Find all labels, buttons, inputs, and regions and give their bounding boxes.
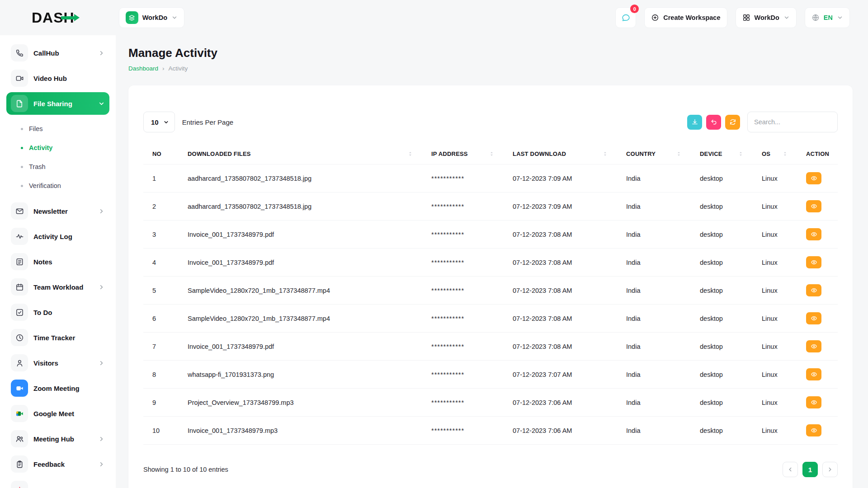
sidebar-item-activity-log[interactable]: Activity Log [6, 225, 109, 248]
view-activity-button[interactable] [806, 228, 821, 240]
page-title: Manage Activity [128, 46, 853, 60]
breadcrumb-separator: › [162, 65, 165, 72]
cell-os: Linux [753, 389, 797, 417]
cell-no: 8 [143, 361, 179, 389]
sidebar-subitem-activity[interactable]: Activity [21, 138, 109, 157]
table-row: 2aadharcard_1735807802_1737348518.jpg***… [143, 192, 838, 221]
view-activity-button[interactable] [806, 256, 821, 268]
sidebar-subitem-trash[interactable]: Trash [21, 157, 109, 176]
view-activity-button[interactable] [806, 312, 821, 324]
cell-device: desktop [691, 277, 753, 305]
sidebar-item-file-sharing[interactable]: File Sharing [6, 92, 109, 115]
view-activity-button[interactable] [806, 396, 821, 408]
sidebar-item-label: Time Tracker [33, 334, 75, 342]
previous-page-button[interactable] [783, 462, 798, 477]
sidebar-subitem-verification[interactable]: Verification [21, 176, 109, 195]
messages-button[interactable]: 0 [615, 7, 636, 28]
column-header-os[interactable]: OS [753, 143, 797, 164]
eye-icon [811, 287, 817, 294]
mail-icon [11, 202, 28, 220]
sidebar-item-video-hub[interactable]: Video Hub [6, 67, 109, 89]
sidebar-item-callhub[interactable]: CallHub [6, 42, 109, 64]
column-label: NO [152, 150, 161, 157]
language-selector[interactable]: EN [805, 7, 850, 28]
cell-ip-address: *********** [422, 333, 504, 361]
cell-last-download: 07-12-2023 7:08 AM [504, 221, 617, 249]
cell-downloaded-file: aadharcard_1735807802_1737348518.jpg [179, 192, 422, 221]
next-page-button[interactable] [822, 462, 838, 477]
cell-os: Linux [753, 277, 797, 305]
refresh-button[interactable] [725, 115, 740, 130]
entries-per-page-select[interactable]: 10 [143, 112, 175, 132]
export-download-button[interactable] [687, 115, 702, 130]
sidebar-subitem-files[interactable]: Files [21, 119, 109, 138]
page-1-button[interactable]: 1 [802, 462, 818, 477]
sidebar-item-label: File Sharing [33, 100, 72, 108]
view-activity-button[interactable] [806, 200, 821, 212]
cell-action [797, 361, 838, 389]
view-activity-button[interactable] [806, 340, 821, 352]
sidebar-item-time-tracker[interactable]: Time Tracker [6, 326, 109, 349]
people-icon [11, 430, 28, 447]
view-activity-button[interactable] [806, 368, 821, 380]
sidebar-item-to-do[interactable]: To Do [6, 301, 109, 324]
column-header-downloaded-files[interactable]: DOWNLOADED FILES [179, 143, 422, 164]
check-square-icon [11, 304, 28, 321]
cell-action [797, 277, 838, 305]
clipboard-icon [11, 455, 28, 473]
sidebar-subitem-label: Verification [29, 182, 61, 189]
cell-os: Linux [753, 417, 797, 445]
workspace-selector[interactable]: WorkDo [119, 7, 184, 28]
activity-card: 10 Entries Per Page [128, 85, 853, 488]
column-header-country[interactable]: COUNTRY [617, 143, 691, 164]
sidebar-item-partial[interactable] [6, 478, 109, 488]
view-activity-button[interactable] [806, 172, 821, 184]
eye-icon [811, 343, 817, 350]
chevron-right-icon [98, 461, 105, 468]
eye-icon [811, 175, 817, 182]
column-header-device[interactable]: DEVICE [691, 143, 753, 164]
cell-downloaded-file: Invoice_001_1737348979.mp3 [179, 417, 422, 445]
pagination: 1 [783, 462, 838, 477]
column-label: IP ADDRESS [431, 150, 468, 157]
chevron-down-icon [98, 100, 105, 107]
workspace-dropdown[interactable]: WorkDo [736, 7, 797, 28]
breadcrumb-dashboard-link[interactable]: Dashboard [128, 65, 158, 72]
cell-downloaded-file: SampleVideo_1280x720_1mb_1737348877.mp4 [179, 305, 422, 333]
create-workspace-button[interactable]: Create Workspace [644, 7, 727, 28]
view-activity-button[interactable] [806, 284, 821, 296]
search-input[interactable] [747, 112, 838, 132]
sidebar-submenu: FilesActivityTrashVerification [6, 117, 109, 200]
chevron-right-icon [827, 466, 833, 473]
cell-downloaded-file: aadharcard_1735807802_1737348518.jpg [179, 164, 422, 192]
cell-no: 6 [143, 305, 179, 333]
sidebar-item-feedback[interactable]: Feedback [6, 453, 109, 475]
eye-icon [811, 399, 817, 406]
column-label: LAST DOWNLOAD [513, 150, 566, 157]
entries-summary: Showing 1 to 10 of 10 entries [143, 466, 228, 473]
brand-logo-arrow-icon [61, 16, 75, 19]
sidebar-item-newsletter[interactable]: Newsletter [6, 200, 109, 222]
table-row: 3Invoice_001_1737348979.pdf***********07… [143, 221, 838, 249]
view-activity-button[interactable] [806, 424, 821, 436]
meet-icon [11, 405, 28, 422]
video-camera-icon [11, 70, 28, 87]
sidebar-item-visitors[interactable]: Visitors [6, 352, 109, 374]
column-header-ip-address[interactable]: IP ADDRESS [422, 143, 504, 164]
sort-icon [782, 151, 788, 157]
sidebar-item-team-workload[interactable]: Team Workload [6, 276, 109, 298]
sidebar-item-zoom-meeting[interactable]: Zoom Meeting [6, 377, 109, 399]
table-footer: Showing 1 to 10 of 10 entries 1 [143, 462, 838, 477]
column-header-last-download[interactable]: LAST DOWNLOAD [504, 143, 617, 164]
refresh-icon [729, 118, 736, 126]
sidebar-item-meeting-hub[interactable]: Meeting Hub [6, 427, 109, 450]
eye-icon [811, 231, 817, 238]
sidebar-item-google-meet[interactable]: Google Meet [6, 402, 109, 425]
sidebar-item-notes[interactable]: Notes [6, 250, 109, 273]
workspace-name: WorkDo [142, 14, 167, 21]
cell-action [797, 333, 838, 361]
undo-button[interactable] [706, 115, 721, 130]
table-body: 1aadharcard_1735807802_1737348518.jpg***… [143, 164, 838, 445]
brand-logo: DASH [32, 9, 75, 26]
chevron-right-icon [98, 50, 105, 56]
